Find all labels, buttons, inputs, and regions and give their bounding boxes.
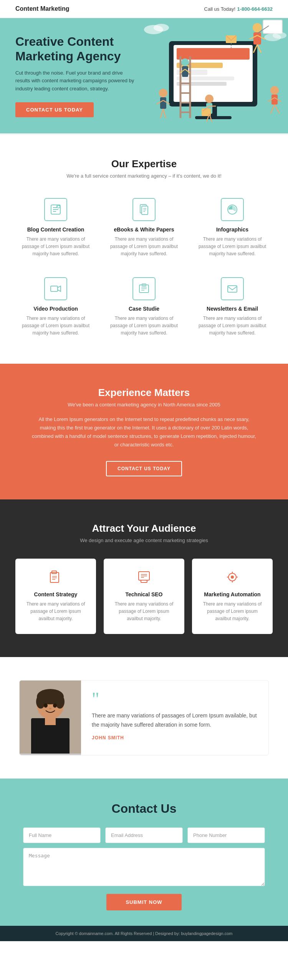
form-row-1 xyxy=(23,827,265,843)
experience-title: Experience Matters xyxy=(31,387,257,399)
message-textarea[interactable] xyxy=(23,848,265,886)
attract-card-seo: Technical SEO There are many variations … xyxy=(104,559,184,634)
expertise-grid: ▶ Blog Content Creation There are many v… xyxy=(15,194,273,341)
expertise-item-text-4: There are many variations of passage of … xyxy=(19,315,92,337)
expertise-subtitle: We're a full service content marketing a… xyxy=(15,173,273,179)
svg-line-46 xyxy=(271,105,275,113)
svg-rect-18 xyxy=(253,32,261,45)
svg-point-25 xyxy=(181,58,189,66)
expertise-item-text-1: There are many variations of passage of … xyxy=(19,236,92,258)
expertise-title: Our Expertise xyxy=(15,158,273,170)
experience-text: All the Lorem Ipsum generators on the In… xyxy=(31,415,257,449)
attract-card-text-2: There are many variations of passage of … xyxy=(111,601,177,623)
automation-icon xyxy=(200,570,265,587)
attract-section: Attract Your Audience We design and exec… xyxy=(0,499,288,657)
svg-line-33 xyxy=(161,109,163,118)
svg-line-34 xyxy=(163,109,166,118)
submit-button[interactable]: SUBMIT NOW xyxy=(106,894,181,910)
attract-card-title-3: Marketing Automation xyxy=(200,591,265,597)
svg-point-94 xyxy=(55,695,65,709)
svg-rect-23 xyxy=(263,20,282,33)
expertise-item-infographics: Infographics There are many variations o… xyxy=(192,194,273,262)
svg-point-29 xyxy=(159,89,167,97)
phone-input[interactable] xyxy=(187,827,265,843)
expertise-item-blog: ▶ Blog Content Creation There are many v… xyxy=(15,194,96,262)
site-header: Content Marketing Call us Today! 1-800-6… xyxy=(0,0,288,18)
case-icon xyxy=(132,277,156,300)
contact-form: SUBMIT NOW xyxy=(23,827,265,910)
expertise-item-text-5: There are many variations of passage of … xyxy=(108,315,180,337)
svg-rect-43 xyxy=(271,95,278,105)
svg-rect-26 xyxy=(182,66,188,77)
contact-title: Contact Us xyxy=(23,802,265,816)
svg-point-35 xyxy=(205,95,214,103)
expertise-item-text-2: There are many variations of passage of … xyxy=(108,236,180,258)
attract-card-text-1: There are many variations of passage of … xyxy=(23,601,88,623)
newsletter-icon xyxy=(221,277,244,300)
hero-title: Creative Content Marketing Agency xyxy=(15,34,138,64)
testimonial-content: " There are many variations of passages … xyxy=(81,681,268,755)
expertise-item-title-3: Infographics xyxy=(196,226,269,233)
attract-title: Attract Your Audience xyxy=(15,522,273,534)
svg-point-97 xyxy=(49,708,51,709)
expertise-item-title-4: Video Production xyxy=(19,306,92,312)
expertise-item-newsletter: Newsletters & Email There are many varia… xyxy=(192,273,273,341)
phone-number: 1-800-664-6632 xyxy=(237,6,273,12)
svg-line-47 xyxy=(275,105,280,113)
testimonial-section: " There are many variations of passages … xyxy=(0,657,288,779)
attract-subtitle: We design and execute agile content mark… xyxy=(15,537,273,543)
hero-content: Creative Content Marketing Agency Cut th… xyxy=(15,34,138,133)
expertise-item-case: Case Studie There are many variations of… xyxy=(104,273,184,341)
svg-point-85 xyxy=(231,576,234,579)
svg-rect-8 xyxy=(195,116,232,119)
blog-icon: ▶ xyxy=(44,198,67,221)
svg-rect-66 xyxy=(51,286,58,291)
attract-card-strategy: Content Strategy There are many variatio… xyxy=(15,559,96,634)
expertise-item-ebooks: eBooks & White Papers There are many var… xyxy=(104,194,184,262)
site-logo: Content Marketing xyxy=(15,5,69,12)
header-phone-wrap: Call us Today! 1-800-664-6632 xyxy=(204,5,273,12)
email-input[interactable] xyxy=(105,827,183,843)
expertise-item-title-6: Newsletters & Email xyxy=(196,306,269,312)
svg-rect-30 xyxy=(160,97,166,109)
experience-section: Experience Matters We've been a content … xyxy=(0,364,288,499)
svg-line-22 xyxy=(257,45,261,53)
svg-rect-2 xyxy=(177,48,250,60)
avatar-svg xyxy=(20,681,81,754)
hero-illustration xyxy=(127,18,288,133)
svg-point-51 xyxy=(273,32,286,39)
phone-label: Call us Today! xyxy=(204,6,235,12)
hero-svg xyxy=(127,18,288,133)
hero-cta-button[interactable]: CONTACT US TODAY xyxy=(15,102,94,117)
experience-subtitle: We've been a content marketing agency in… xyxy=(31,402,257,408)
ebooks-icon xyxy=(132,198,156,221)
testimonial-text: There are many variations of passages of… xyxy=(92,711,258,730)
attract-card-title-2: Technical SEO xyxy=(111,591,177,597)
attract-card-text-3: There are many variations of passage of … xyxy=(200,601,265,623)
svg-rect-72 xyxy=(228,286,237,292)
svg-point-49 xyxy=(154,24,169,32)
svg-rect-5 xyxy=(177,77,234,80)
expertise-item-title-5: Case Studie xyxy=(108,306,180,312)
attract-grid: Content Strategy There are many variatio… xyxy=(15,559,273,634)
svg-point-96 xyxy=(53,704,57,708)
attract-card-title-1: Content Strategy xyxy=(23,591,88,597)
experience-cta-button[interactable]: CONTACT US TODAY xyxy=(106,461,182,476)
attract-card-automation: Marketing Automation There are many vari… xyxy=(192,559,273,634)
testimonial-card: " There are many variations of passages … xyxy=(19,680,269,755)
site-footer: Copyright © domainname.com. All Rights R… xyxy=(0,926,288,941)
quote-mark: " xyxy=(92,690,258,708)
full-name-input[interactable] xyxy=(23,827,101,843)
expertise-item-title-1: Blog Content Creation xyxy=(19,226,92,233)
testimonial-author: JOHN SMITH xyxy=(92,735,258,740)
svg-text:▶: ▶ xyxy=(58,205,60,208)
contact-section: Contact Us SUBMIT NOW xyxy=(0,779,288,926)
expertise-item-title-2: eBooks & White Papers xyxy=(108,226,180,233)
video-icon xyxy=(44,277,67,300)
svg-rect-99 xyxy=(45,717,56,725)
svg-point-42 xyxy=(270,86,279,95)
hero-subtitle: Cut through the noise. Fuel your brand a… xyxy=(15,69,138,93)
seo-icon xyxy=(111,570,177,587)
svg-point-93 xyxy=(36,695,45,709)
strategy-icon xyxy=(23,570,88,587)
